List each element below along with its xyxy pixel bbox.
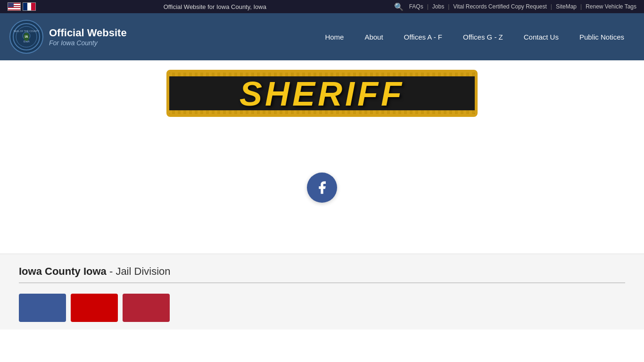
nav-offices-af[interactable]: Offices A - F [394, 13, 453, 60]
main-content: SHERIFF Iowa County Iowa - Jail Division [0, 60, 644, 343]
logo-text: Official Website For Iowa County [49, 27, 127, 47]
top-bar: Official Website for Iowa County, Iowa 🔍… [0, 0, 644, 13]
flag-area [8, 2, 36, 11]
renew-tags-link[interactable]: Renew Vehicle Tags [586, 3, 636, 10]
nav-offices-gz[interactable]: Offices G - Z [453, 13, 513, 60]
navbar: SEAL OF THE COUNTY IOWA IA Official Webs… [0, 13, 644, 60]
social-area [0, 122, 644, 254]
nav-links: Home About Offices A - F Offices G - Z C… [314, 13, 635, 60]
top-links: FAQs | Jobs | Vital Records Certified Co… [409, 3, 636, 10]
us-flag [8, 2, 21, 11]
division-name: Jail Division [116, 265, 170, 277]
nav-home[interactable]: Home [314, 13, 354, 60]
nav-public-notices[interactable]: Public Notices [569, 13, 635, 60]
site-title: Official Website for Iowa County, Iowa [41, 3, 388, 10]
sitemap-link[interactable]: SiteMap [556, 3, 577, 10]
sheriff-text: SHERIFF [239, 74, 405, 113]
county-seal: SEAL OF THE COUNTY IOWA IA [9, 20, 43, 54]
jobs-link[interactable]: Jobs [432, 3, 444, 10]
county-name: Iowa County Iowa [19, 265, 107, 277]
sheriff-patch: SHERIFF [166, 70, 478, 117]
thumbnail-1[interactable] [19, 294, 66, 322]
svg-text:IA: IA [25, 35, 28, 38]
thumbnail-row [19, 288, 625, 322]
thumbnail-3[interactable] [123, 294, 170, 322]
faqs-link[interactable]: FAQs [409, 3, 423, 10]
logo-sub-title: For Iowa County [49, 39, 127, 47]
seal-svg: SEAL OF THE COUNTY IOWA IA [12, 23, 41, 51]
bottom-section: Iowa County Iowa - Jail Division [0, 254, 644, 329]
facebook-icon [314, 180, 330, 195]
logo-area[interactable]: SEAL OF THE COUNTY IOWA IA Official Webs… [9, 20, 127, 54]
divider-line [19, 282, 625, 283]
vital-records-link[interactable]: Vital Records Certified Copy Request [453, 3, 547, 10]
thumbnail-2[interactable] [71, 294, 118, 322]
nav-about[interactable]: About [354, 13, 393, 60]
iowa-flag [23, 2, 36, 11]
page-subtitle: Iowa County Iowa - Jail Division [19, 265, 625, 283]
logo-main-title: Official Website [49, 27, 127, 39]
search-icon[interactable]: 🔍 [394, 2, 404, 11]
nav-contact[interactable]: Contact Us [513, 13, 569, 60]
facebook-button[interactable] [307, 173, 337, 203]
separator: - [109, 265, 116, 277]
sheriff-banner: SHERIFF [0, 60, 644, 122]
